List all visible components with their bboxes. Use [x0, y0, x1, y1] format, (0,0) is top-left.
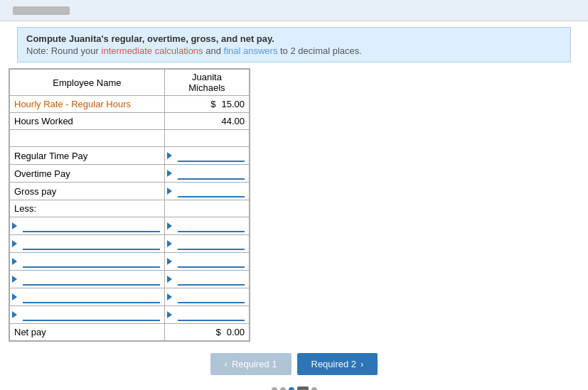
gross-pay-label: Gross pay [10, 183, 165, 200]
deduction-1-label-input[interactable] [23, 220, 160, 232]
page-dot-1[interactable] [272, 387, 277, 390]
prev-button-label: Required 1 [232, 359, 277, 369]
hourly-rate-amount: 15.00 [221, 99, 245, 109]
banner-title: Compute Juanita's regular, overtime, gro… [26, 33, 562, 44]
deduction-1-value-cell [164, 217, 249, 235]
info-banner: Compute Juanita's regular, overtime, gro… [17, 27, 571, 63]
final-text: final answers [224, 45, 278, 56]
deduction-6-label-input[interactable] [23, 308, 160, 321]
note-middle: and [203, 45, 224, 56]
deduction-5-label-cell [10, 288, 165, 306]
hours-worked-value: 44.00 [164, 113, 249, 130]
regular-time-pay-input-cell [164, 147, 249, 165]
note-prefix: Note: Round your [26, 45, 102, 56]
next-button-label: Required 2 [311, 359, 357, 369]
employee-name-value: Juanita Michaels [164, 70, 249, 96]
gross-pay-row: Gross pay [10, 183, 250, 200]
deduction-row-5 [10, 288, 250, 306]
hourly-rate-dollar: $ [210, 99, 215, 109]
top-scrollbar-area [0, 0, 588, 21]
net-pay-amount: 0.00 [227, 327, 245, 337]
hours-worked-label: Hours Worked [10, 113, 165, 130]
gross-pay-input-cell [164, 183, 249, 200]
deduction-2-label-input[interactable] [23, 237, 160, 250]
deduction-2-value-cell [164, 235, 249, 253]
page-dot-3[interactable] [289, 387, 294, 390]
deduction-row-1 [10, 217, 250, 235]
overtime-pay-input-cell [164, 165, 249, 183]
deduction-4-value-cell [164, 271, 249, 288]
less-label: Less: [10, 200, 165, 217]
overtime-pay-label: Overtime Pay [10, 165, 165, 183]
payroll-table: Employee Name Juanita Michaels Hourly Ra… [9, 68, 250, 342]
regular-time-pay-row: Regular Time Pay [10, 147, 250, 165]
deduction-3-label-input[interactable] [23, 255, 160, 268]
deduction-6-value-input[interactable] [178, 308, 245, 321]
deduction-row-3 [10, 253, 250, 271]
gross-pay-input[interactable] [178, 185, 245, 197]
net-pay-label: Net pay [10, 324, 165, 341]
net-pay-value: $ 0.00 [164, 324, 249, 341]
net-pay-dollar: $ [215, 327, 220, 337]
bottom-navigation: ‹ Required 1 Required 2 › [9, 353, 579, 382]
deduction-row-2 [10, 235, 250, 253]
deduction-2-value-input[interactable] [178, 237, 245, 250]
deduction-4-value-input[interactable] [178, 273, 245, 286]
deduction-3-value-cell [164, 253, 249, 271]
net-pay-row: Net pay $ 0.00 [10, 324, 250, 341]
page-dot-4[interactable] [311, 387, 317, 390]
deduction-2-label-cell [10, 235, 165, 253]
hours-worked-row: Hours Worked 44.00 [10, 113, 250, 130]
deduction-1-value-input[interactable] [178, 220, 245, 232]
page-dot-2[interactable] [280, 387, 286, 390]
prev-chevron-icon: ‹ [225, 359, 228, 369]
main-content: Compute Juanita's regular, overtime, gro… [0, 27, 588, 390]
deduction-5-value-cell [164, 288, 249, 306]
deduction-1-label-cell [10, 217, 165, 235]
less-header-row: Less: [10, 200, 250, 217]
hourly-rate-label: Hourly Rate - Regular Hours [10, 96, 165, 113]
next-button[interactable]: Required 2 › [297, 353, 378, 375]
deduction-3-label-cell [10, 253, 165, 271]
banner-note: Note: Round your intermediate calculatio… [26, 45, 562, 56]
deduction-6-value-cell [164, 306, 249, 324]
grid-icon [297, 386, 309, 390]
regular-time-pay-input[interactable] [178, 149, 245, 162]
scrollbar-thumb[interactable] [13, 6, 70, 15]
regular-time-pay-label: Regular Time Pay [10, 147, 165, 165]
hourly-rate-value: $ 15.00 [164, 96, 249, 113]
deduction-6-label-cell [10, 306, 165, 324]
deduction-4-label-input[interactable] [23, 273, 160, 286]
note-suffix: to 2 decimal places. [277, 45, 362, 56]
table-header-row: Employee Name Juanita Michaels [10, 70, 250, 96]
deduction-row-6 [10, 306, 250, 324]
deduction-3-value-input[interactable] [178, 255, 245, 268]
deduction-5-label-input[interactable] [23, 291, 160, 303]
overtime-pay-row: Overtime Pay [10, 165, 250, 183]
empty-row [10, 130, 250, 147]
intermediate-text: intermediate calculations [102, 45, 203, 56]
pagination-area [9, 386, 579, 390]
next-chevron-icon: › [360, 359, 363, 369]
deduction-row-4 [10, 271, 250, 288]
overtime-pay-input[interactable] [178, 167, 245, 180]
hourly-rate-row: Hourly Rate - Regular Hours $ 15.00 [10, 96, 250, 113]
employee-name-label: Employee Name [10, 70, 165, 96]
deduction-4-label-cell [10, 271, 165, 288]
deduction-5-value-input[interactable] [178, 291, 245, 303]
prev-button[interactable]: ‹ Required 1 [210, 353, 292, 375]
